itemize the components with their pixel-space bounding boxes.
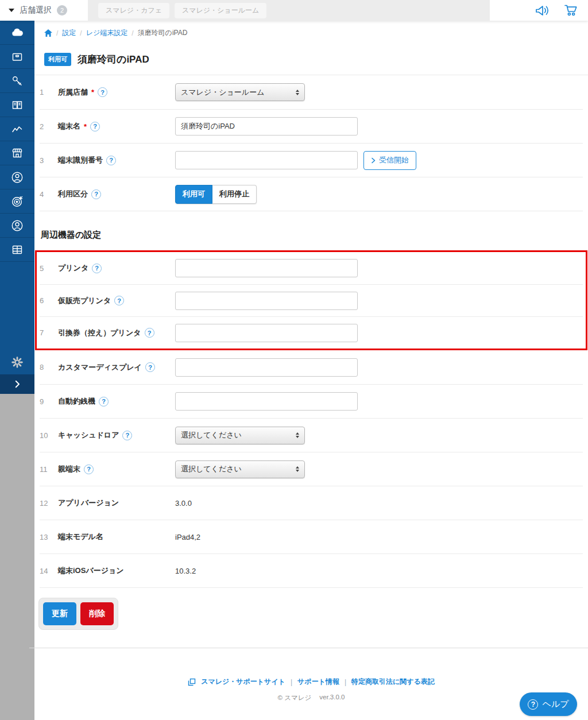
footer-separator: | <box>345 678 346 686</box>
provisional-printer-input[interactable] <box>175 292 358 310</box>
action-buttons: 更新 削除 <box>38 598 118 630</box>
row-number: 7 <box>40 328 58 337</box>
field-label: 端末名 <box>58 121 80 131</box>
question-mark-icon: ? <box>528 699 538 710</box>
caret-down-icon <box>9 9 14 12</box>
customer-display-input[interactable] <box>175 358 358 377</box>
megaphone-icon[interactable] <box>535 3 550 17</box>
form-row-change-machine: 9 自動釣銭機? <box>40 384 583 418</box>
help-icon[interactable]: ? <box>99 397 109 407</box>
breadcrumb-settings[interactable]: 設定 <box>62 28 76 38</box>
receive-start-button[interactable]: 受信開始 <box>363 151 416 170</box>
terminal-id-input[interactable] <box>175 151 358 169</box>
sidebar-item-products[interactable] <box>0 45 34 69</box>
help-icon[interactable]: ? <box>98 87 107 97</box>
ios-version-value: 10.3.2 <box>175 567 196 575</box>
row-number: 10 <box>40 431 58 440</box>
breadcrumb-separator: / <box>80 29 82 37</box>
help-button[interactable]: ? ヘルプ <box>520 692 577 716</box>
store-selector-label: 店舗選択 <box>20 5 52 16</box>
row-number: 9 <box>40 397 58 406</box>
field-label: 利用区分 <box>58 189 88 199</box>
footer-link-support-info[interactable]: サポート情報 <box>297 677 339 687</box>
cart-icon[interactable] <box>564 3 579 17</box>
breadcrumb-current: 須磨玲司のiPAD <box>138 28 188 38</box>
sidebar-item-campaigns[interactable] <box>0 189 34 214</box>
help-icon[interactable]: ? <box>84 464 94 474</box>
store-count-badge: 2 <box>57 5 67 16</box>
target-icon <box>10 195 25 208</box>
chevron-right-icon <box>12 379 22 389</box>
sidebar-spacer <box>0 262 34 350</box>
sidebar-item-reports[interactable] <box>0 93 34 117</box>
parent-terminal-select[interactable]: 選択してください <box>175 460 305 478</box>
device-model-value: iPad4,2 <box>175 533 200 541</box>
topbar: 店舗選択 2 スマレジ・カフェ スマレジ・ショールーム <box>0 0 588 21</box>
usage-toggle-enabled[interactable]: 利用可 <box>175 185 212 204</box>
voucher-printer-input[interactable] <box>175 324 358 342</box>
row-number: 2 <box>40 122 58 131</box>
sidebar-settings[interactable] <box>0 350 34 374</box>
sidebar-item-transactions[interactable] <box>0 69 34 93</box>
form-row-voucher-printer: 7 引換券（控え）プリンタ? <box>40 316 583 349</box>
store-icon <box>10 146 25 160</box>
parent-terminal-select-value: 選択してください <box>181 464 242 474</box>
field-label: 仮販売プリンタ <box>58 296 111 306</box>
field-label: 端末識別番号 <box>58 155 103 165</box>
sidebar-item-analytics[interactable] <box>0 117 34 141</box>
terminal-name-input[interactable] <box>175 117 358 136</box>
archive-box-icon <box>10 50 25 64</box>
footer-link-commerce-law[interactable]: 特定商取引法に関する表記 <box>351 677 435 687</box>
form-row-store: 1 所属店舗*? スマレジ・ショールーム <box>40 75 583 109</box>
highlight-red-box: 5 プリンタ? 6 仮販売プリンタ? 7 引換券（控え）プリンタ? <box>35 250 587 350</box>
select-arrows-icon <box>296 432 299 438</box>
help-icon[interactable]: ? <box>92 264 102 273</box>
breadcrumb-register-settings[interactable]: レジ端末設定 <box>86 28 128 38</box>
help-icon[interactable]: ? <box>122 431 132 440</box>
sidebar-collapse[interactable] <box>0 374 34 394</box>
gear-icon <box>10 355 25 370</box>
row-number: 4 <box>40 190 58 199</box>
usage-toggle-disabled[interactable]: 利用停止 <box>212 185 257 204</box>
update-button[interactable]: 更新 <box>43 602 76 625</box>
row-number: 11 <box>40 465 58 474</box>
printer-input[interactable] <box>175 259 358 277</box>
field-label: 引換券（控え）プリンタ <box>58 328 141 338</box>
sidebar-item-dashboard[interactable] <box>0 21 34 45</box>
field-label: 端末モデル名 <box>58 532 103 542</box>
required-mark: * <box>84 122 87 131</box>
key-icon <box>10 74 25 88</box>
help-icon[interactable]: ? <box>91 189 101 199</box>
store-tab-cafe[interactable]: スマレジ・カフェ <box>98 3 169 18</box>
help-icon[interactable]: ? <box>90 122 100 131</box>
store-tabs: スマレジ・カフェ スマレジ・ショールーム <box>88 0 490 21</box>
breadcrumb: / 設定 / レジ端末設定 / 須磨玲司のiPAD <box>34 21 588 38</box>
row-number: 6 <box>40 296 58 305</box>
help-icon[interactable]: ? <box>145 362 155 372</box>
help-icon[interactable]: ? <box>145 328 154 338</box>
sidebar-item-layout[interactable] <box>0 238 34 262</box>
sidebar-item-stores[interactable] <box>0 141 34 165</box>
required-mark: * <box>91 88 94 96</box>
book-icon <box>10 98 25 112</box>
field-label: プリンタ <box>58 263 88 273</box>
store-tab-showroom[interactable]: スマレジ・ショールーム <box>175 3 266 18</box>
sidebar-item-customers[interactable] <box>0 165 34 189</box>
store-select[interactable]: スマレジ・ショールーム <box>175 83 305 101</box>
help-icon[interactable]: ? <box>114 296 124 305</box>
cash-drawer-select[interactable]: 選択してください <box>175 427 305 444</box>
delete-button[interactable]: 削除 <box>80 602 114 625</box>
form-row-parent-terminal: 11 親端末? 選択してください <box>40 452 583 486</box>
sidebar-item-staff[interactable] <box>0 214 34 238</box>
copyright-text: © スマレジ <box>278 694 312 702</box>
change-machine-input[interactable] <box>175 392 358 411</box>
sidebar-gray-area <box>0 394 34 720</box>
grid-icon <box>10 243 25 257</box>
row-number: 1 <box>40 88 58 96</box>
footer-link-support-site[interactable]: スマレジ・サポートサイト <box>201 677 285 687</box>
usage-toggle: 利用可 利用停止 <box>175 185 257 204</box>
field-label: カスタマーディスプレイ <box>58 362 142 373</box>
help-icon[interactable]: ? <box>106 156 116 165</box>
store-selector[interactable]: 店舗選択 2 <box>0 0 88 21</box>
home-icon[interactable] <box>44 29 52 37</box>
